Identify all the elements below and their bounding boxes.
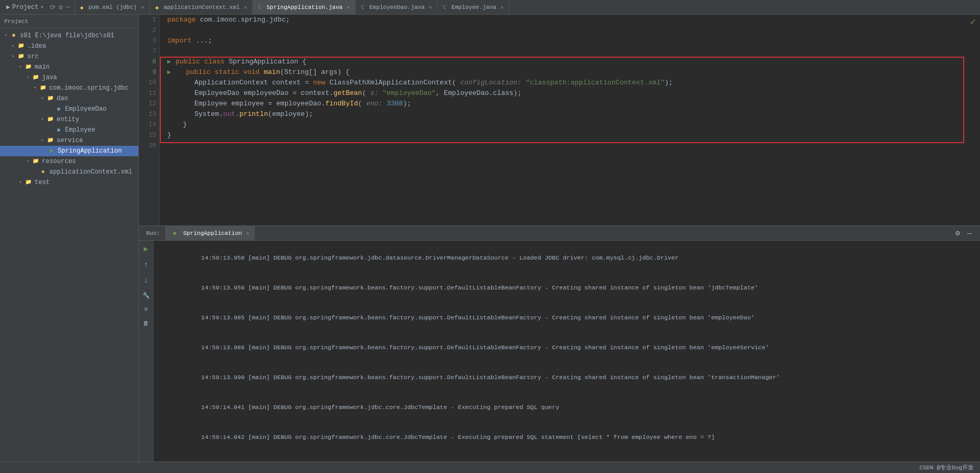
idea-label: .idea (27, 41, 46, 51)
dao-label: dao (57, 94, 68, 103)
tab-close-employee[interactable]: ✕ (500, 4, 504, 10)
tab-springapp[interactable]: C SpringApplication.java ✕ (253, 0, 355, 14)
run-tab-close[interactable]: ✕ (246, 230, 249, 236)
log-text-2: 14:59:13.959 [main] DEBUG org.springfram… (201, 284, 758, 291)
tab-label-5: Employee.java (451, 4, 496, 10)
java-icon-springapp: C (258, 4, 264, 10)
log-text-3: 14:59:13.985 [main] DEBUG org.springfram… (201, 314, 755, 321)
ln-2: 2 (142, 25, 156, 36)
log-text-5: 14:59:13.990 [main] DEBUG org.springfram… (201, 374, 780, 381)
ln-10: 13 (142, 109, 156, 120)
ln-4: 7 (142, 46, 156, 57)
log-line-3: 14:59:13.985 [main] DEBUG org.springfram… (158, 303, 976, 332)
tree-springapp[interactable]: ● SpringApplication (0, 146, 138, 156)
project-label: Project (12, 4, 38, 11)
scroll-up-btn[interactable]: ↑ (142, 259, 149, 271)
tab-label-2: applicationContext.xml (164, 4, 239, 10)
code-line-12: Employee employee = employeeDao.findById… (165, 99, 980, 109)
entity-label: entity (57, 115, 79, 124)
run-tab[interactable]: ● SpringApplication ✕ (165, 226, 254, 240)
log-area[interactable]: 14:59:13.958 [main] DEBUG org.springfram… (154, 241, 980, 461)
service-label: service (57, 136, 83, 145)
project-dropdown-icon: ▾ (41, 4, 43, 10)
settings-icon[interactable]: ⚙ (59, 3, 63, 12)
run-arrow-9: ▶ (167, 67, 173, 78)
tree-test[interactable]: ▾ 📁 test (0, 177, 138, 188)
ln-11: 14 (142, 120, 156, 130)
idea-arrow: ▸ (9, 41, 17, 51)
tree-main[interactable]: ▾ 📁 main (0, 62, 138, 72)
tree-entity[interactable]: ▾ 📁 entity (0, 114, 138, 125)
employeedao-label: EmployeeDao (65, 104, 106, 114)
tab-close-employeedao[interactable]: ✕ (429, 4, 432, 10)
dao-arrow: ▾ (39, 94, 46, 103)
run-button[interactable]: ▶ (142, 243, 149, 255)
log-line-2: 14:59:13.959 [main] DEBUG org.springfram… (158, 273, 976, 303)
ln-6: 9 (142, 67, 156, 78)
code-line-13: System.out.println(employee); (165, 109, 980, 120)
minimize-panel-icon[interactable]: — (965, 228, 974, 239)
tab-pom[interactable]: ◆ pom.xml (jdbc) ✕ (75, 0, 150, 14)
code-line-10: ApplicationContext context = new ClassPa… (165, 78, 980, 88)
tab-close-springapp[interactable]: ✕ (347, 4, 350, 10)
log-line-8: 14:59:14.046 [main] DEBUG org.springfram… (158, 452, 976, 461)
tree-employee[interactable]: ● Employee (0, 125, 138, 135)
tab-employee[interactable]: C Employee.java ✕ (438, 0, 509, 14)
minimize-icon[interactable]: — (66, 3, 70, 12)
root-folder-icon: ■ (9, 31, 18, 40)
tree-src[interactable]: ▾ 📁 src (0, 51, 138, 62)
test-label: test (35, 178, 50, 187)
code-area[interactable]: package com.imooc.spring.jdbc; import ..… (160, 15, 980, 225)
stop-button[interactable]: 🔧 (141, 291, 151, 300)
sync-icon[interactable]: ⟳ (50, 3, 56, 12)
tree-root[interactable]: ▾ ■ s01 E:\java file\jdbc\s01 (0, 30, 138, 41)
tree-pkg[interactable]: ▾ 📁 com.imooc.spring.jdbc (0, 83, 138, 93)
right-panel: 1 2 3 7 8 9 10 11 12 13 14 15 16 (139, 15, 980, 461)
project-menu[interactable]: ▶ Project ▾ ⟳ ⚙ — (2, 0, 75, 14)
src-label: src (27, 52, 39, 61)
code-line-11: EmployeeDao employeeDao = context.getBea… (165, 88, 980, 99)
sidebar-content: ▾ ■ s01 E:\java file\jdbc\s01 ▸ 📁 .idea … (0, 28, 138, 461)
tree-java[interactable]: ▾ 📁 java (0, 72, 138, 83)
tree-resources[interactable]: ▾ 📁 resources (0, 156, 138, 167)
checkmark: ✓ (970, 17, 976, 27)
tab-close-pom[interactable]: ✕ (141, 4, 144, 10)
tab-close-appcontext[interactable]: ✕ (244, 4, 247, 10)
log-text-7: 14:59:14.042 [main] DEBUG org.springfram… (201, 434, 715, 440)
tab-label-4: EmployeeDao.java (369, 4, 425, 10)
sidebar: Project ▾ ■ s01 E:\java file\jdbc\s01 ▸ … (0, 15, 139, 461)
scroll-down-btn[interactable]: ↓ (142, 275, 149, 286)
root-label: s01 E:\java file\jdbc\s01 (20, 31, 114, 40)
ln-12: 15 (142, 130, 156, 141)
tree-idea[interactable]: ▸ 📁 .idea (0, 41, 138, 51)
gear-icon[interactable]: ⚙ (953, 228, 962, 239)
filter-button[interactable]: ≡ (143, 305, 149, 314)
tree-employeedao[interactable]: ● EmployeeDao (0, 104, 138, 114)
entity-arrow: ▾ (39, 115, 46, 124)
entity-folder-icon: 📁 (46, 115, 55, 124)
clear-button[interactable]: 🗑 (141, 318, 150, 328)
ln-9: 12 (142, 99, 156, 109)
employee-label: Employee (65, 125, 95, 135)
editor-area: 1 2 3 7 8 9 10 11 12 13 14 15 16 (139, 15, 980, 225)
run-arrow-8: ▶ (167, 57, 173, 67)
tree-dao[interactable]: ▾ 📁 dao (0, 93, 138, 104)
footer-brand: CSDN @专业bug开发 (920, 464, 974, 471)
log-line-5: 14:59:13.990 [main] DEBUG org.springfram… (158, 362, 976, 392)
xml-icon-2: ◆ (155, 4, 161, 10)
tab-bar: ▶ Project ▾ ⟳ ⚙ — ◆ pom.xml (jdbc) ✕ ◆ a… (0, 0, 980, 15)
tree-appctx[interactable]: ◆ applicationContext.xml (0, 167, 138, 177)
ln-8: 11 (142, 88, 156, 99)
tab-appcontext[interactable]: ◆ applicationContext.xml ✕ (150, 0, 253, 14)
tree-service[interactable]: ▸ 📁 service (0, 135, 138, 146)
bottom-content: ▶ ↑ ↓ 🔧 ≡ 🗑 14:59:13.958 [main] DEBUG or… (139, 241, 980, 461)
tab-employeedao[interactable]: C EmployeeDao.java ✕ (356, 0, 438, 14)
code-line-9: ▶ public static void main(String[] args)… (165, 67, 980, 78)
dao-folder-icon: 📁 (46, 94, 55, 103)
run-text: Run: (146, 230, 160, 236)
run-tab-label: SpringApplication (183, 230, 242, 236)
tab-label: pom.xml (jdbc) (89, 4, 137, 10)
code-line-14: } (165, 120, 980, 130)
log-text-4: 14:59:13.988 [main] DEBUG org.springfram… (201, 344, 769, 351)
ln-7: 10 (142, 78, 156, 88)
